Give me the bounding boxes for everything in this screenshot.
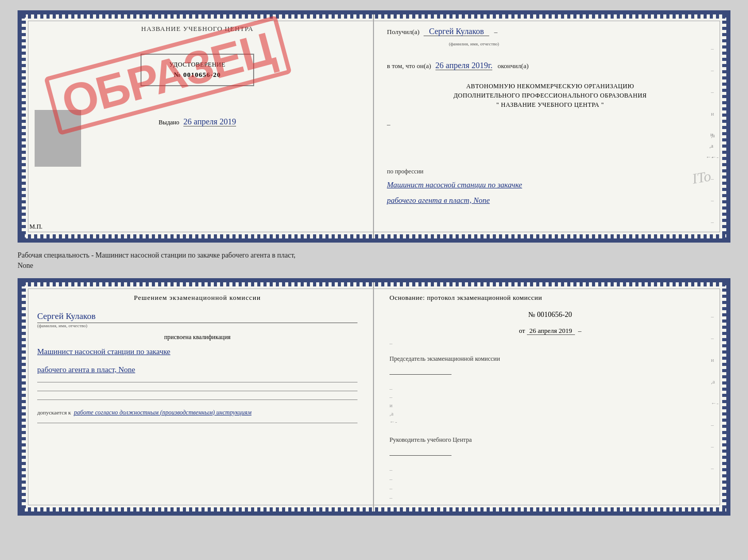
org-line3: " НАЗВАНИЕ УЧЕБНОГО ЦЕНТРА "	[387, 100, 713, 109]
protocol-date: от 26 апреля 2019 –	[389, 327, 711, 335]
date-field: в том, что он(а) 26 апреля 2019г. окончи…	[387, 59, 713, 72]
bl-dash-а: ,а	[711, 378, 719, 385]
work-label: допускается к работе согласно должностны…	[37, 409, 357, 417]
br-dash1: –	[389, 340, 393, 346]
cert-number: № 0010656-20	[149, 71, 245, 79]
date-value: 26 апреля 2019г.	[435, 61, 493, 70]
person-name: Сергей Кулаков	[37, 311, 357, 323]
org-line2: ДОПОЛНИТЕЛЬНОГО ПРОФЕССИОНАЛЬНОГО ОБРАЗО…	[387, 91, 713, 100]
bl-dash3: ←-	[711, 400, 719, 406]
profession-line2: рабочего агента в пласт, None	[387, 196, 713, 205]
sep-text2: None	[18, 262, 33, 269]
bottom-doc-right-panel: Основание: протокол экзаменационной коми…	[374, 282, 726, 511]
protocol-date-prefix: от	[519, 327, 525, 334]
sep-text1: Рабочая специальность - Машинист насосно…	[18, 251, 295, 259]
profession-label: по профессии	[387, 168, 713, 175]
bottom-doc-left-panel: Решением экзаменационной комиссии Сергей…	[22, 282, 374, 511]
bl-dash1: –	[711, 313, 719, 319]
r-dash-4: ←-	[711, 154, 719, 160]
br-dash7: –	[389, 494, 711, 501]
br-dash5: –	[389, 476, 711, 482]
photo-placeholder	[35, 110, 81, 167]
r-dash5: –	[711, 175, 719, 182]
basis-title: Основание: протокол экзаменационной коми…	[389, 293, 711, 303]
r-dash-а: ,а	[711, 132, 719, 138]
top-document: НАЗВАНИЕ УЧЕБНОГО ЦЕНТРА ОБРАЗЕЦ УДОСТОВ…	[18, 10, 730, 243]
bl-dash5: –	[711, 443, 719, 450]
date-label: в том, что он(а)	[387, 62, 431, 70]
chairman-label: Председатель экзаменационной комиссии	[389, 354, 711, 364]
r-dash8: –	[711, 241, 719, 243]
bl-dash2: –	[711, 335, 719, 341]
divider4	[37, 423, 357, 423]
top-doc-left-panel: НАЗВАНИЕ УЧЕБНОГО ЦЕНТРА ОБРАЗЕЦ УДОСТОВ…	[22, 14, 374, 238]
training-center-title: НАЗВАНИЕ УЧЕБНОГО ЦЕНТРА	[141, 25, 253, 33]
certificate-box: УДОСТОВЕРЕНИЕ № 0010656-20	[141, 54, 254, 86]
r-dash1: –	[711, 45, 719, 52]
org-line1: АВТОНОМНУЮ НЕКОММЕРЧЕСКУЮ ОРГАНИЗАЦИЮ	[387, 82, 713, 91]
work-label-text: допускается к	[37, 409, 71, 415]
r-dash2: –	[711, 67, 719, 73]
org-block: АВТОНОМНУЮ НЕКОММЕРЧЕСКУЮ ОРГАНИЗАЦИЮ ДО…	[387, 82, 713, 109]
separator-text: Рабочая специальность - Машинист насосно…	[18, 248, 730, 273]
ito-stamp: ITo	[691, 168, 712, 187]
bl-dash6: –	[711, 465, 719, 471]
received-name: Сергей Кулаков	[424, 27, 489, 36]
assigned-label: присвоена квалификация	[37, 333, 357, 341]
divider2	[37, 391, 357, 391]
qualification-line2: рабочего агента в пласт, None	[37, 363, 357, 376]
profession-line1: Машинист насосной станции по закачке	[387, 181, 713, 189]
br-dash4: –	[389, 467, 711, 473]
director-block: Руководитель учебного Центра	[389, 435, 711, 459]
work-value: работе согласно должностным (производств…	[74, 409, 252, 416]
divider1	[37, 382, 357, 382]
r-dash-и: и	[711, 110, 719, 117]
br-dash2: –	[389, 386, 711, 392]
bottom-document: Решением экзаменационной комиссии Сергей…	[18, 278, 730, 516]
protocol-date-value: 26 апреля 2019	[527, 327, 575, 335]
qualification-line1: Машинист насосной станции по закачке	[37, 345, 357, 358]
br-dash-а: ,а	[389, 410, 711, 417]
issued-label: Выдано	[159, 119, 179, 126]
chairman-block: Председатель экзаменационной комиссии	[389, 354, 711, 378]
received-label: Получил(а)	[387, 28, 419, 36]
br-dash6: –	[389, 485, 711, 491]
r-dash6: –	[711, 197, 719, 203]
cert-title: УДОСТОВЕРЕНИЕ	[149, 61, 245, 69]
r-dash3: –	[711, 89, 719, 95]
divider3	[37, 399, 357, 400]
r-dash7: –	[711, 219, 719, 225]
received-field: Получил(а) Сергей Кулаков – (фамилия, им…	[387, 25, 713, 49]
mp-label: М.П.	[29, 223, 42, 231]
cert-issued-line: Выдано 26 апреля 2019	[159, 117, 236, 126]
decision-title: Решением экзаменационной комиссии	[37, 293, 357, 303]
br-arrow: ←-	[389, 419, 711, 425]
protocol-number: № 0010656-20	[389, 311, 711, 319]
person-name-sub: (фамилия, имя, отчество)	[37, 323, 357, 328]
chairman-sig-line	[389, 374, 451, 375]
br-dash-и: и	[389, 402, 711, 408]
director-sig-line	[389, 455, 451, 456]
bl-dash4: –	[711, 422, 719, 428]
br-dash3: –	[389, 394, 711, 400]
dash1: –	[387, 119, 391, 130]
bl-dash-и: и	[711, 357, 719, 363]
issued-date: 26 апреля 2019	[183, 117, 236, 126]
director-label: Руководитель учебного Центра	[389, 435, 711, 445]
received-name-sub: (фамилия, имя, отчество)	[449, 41, 499, 46]
top-doc-right-panel: Получил(а) Сергей Кулаков – (фамилия, им…	[374, 14, 726, 238]
date-suffix: окончил(а)	[497, 62, 528, 70]
